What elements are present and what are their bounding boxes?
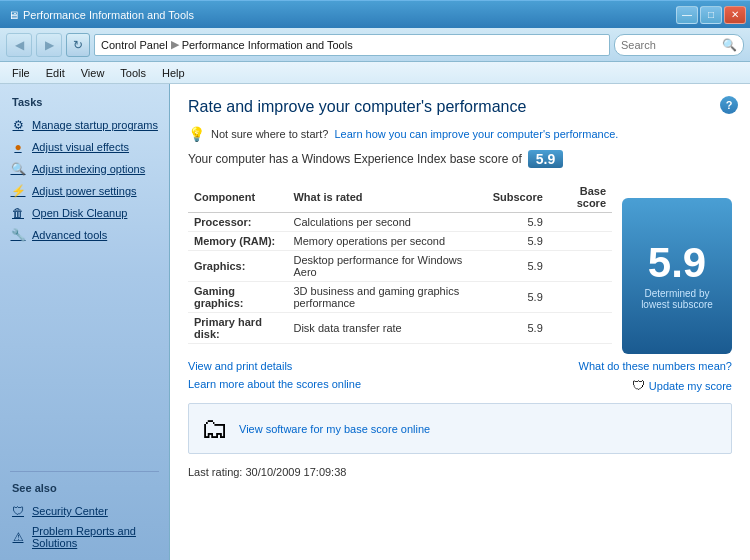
search-icon: 🔍 xyxy=(722,38,737,52)
sidebar-item-startup[interactable]: ⚙ Manage startup programs xyxy=(0,114,169,136)
maximize-button[interactable]: □ xyxy=(700,6,722,24)
sidebar-item-power[interactable]: ⚡ Adjust power settings xyxy=(0,180,169,202)
row3-subscore: 5.9 xyxy=(487,282,549,313)
menu-file[interactable]: File xyxy=(4,65,38,81)
update-score-link[interactable]: Update my score xyxy=(649,380,732,392)
row2-description: Desktop performance for Windows Aero xyxy=(287,251,486,282)
row0-subscore: 5.9 xyxy=(487,213,549,232)
links-row-top: View and print details What do these num… xyxy=(188,360,732,372)
sidebar-item-visual-label: Adjust visual effects xyxy=(32,141,129,153)
search-input[interactable] xyxy=(621,39,718,51)
last-rating: Last rating: 30/10/2009 17:09:38 xyxy=(188,466,732,478)
power-icon: ⚡ xyxy=(10,183,26,199)
title-bar-left: 🖥 Performance Information and Tools xyxy=(8,9,194,21)
sidebar-divider xyxy=(10,471,159,472)
table-row: Processor: Calculations per second 5.9 xyxy=(188,213,612,232)
links-row-bottom: Learn more about the scores online 🛡 Upd… xyxy=(188,378,732,393)
base-score-badge: 5.9 xyxy=(528,150,563,168)
breadcrumb-current: Performance Information and Tools xyxy=(182,39,353,51)
window-title: Performance Information and Tools xyxy=(23,9,194,21)
col-base-score: Base score xyxy=(549,182,612,213)
software-link[interactable]: View software for my base score online xyxy=(239,423,430,435)
search-bar[interactable]: 🔍 xyxy=(614,34,744,56)
title-bar-controls: — □ ✕ xyxy=(676,6,746,24)
minimize-button[interactable]: — xyxy=(676,6,698,24)
row1-base xyxy=(549,232,612,251)
refresh-button[interactable]: ↻ xyxy=(66,33,90,57)
menu-view[interactable]: View xyxy=(73,65,113,81)
sidebar-item-indexing-label: Adjust indexing options xyxy=(32,163,145,175)
startup-icon: ⚙ xyxy=(10,117,26,133)
software-box: 🗂 View software for my base score online xyxy=(188,403,732,454)
menu-help[interactable]: Help xyxy=(154,65,193,81)
row2-component: Graphics: xyxy=(188,251,287,282)
folder-icon: 🗂 xyxy=(201,412,229,445)
security-icon: 🛡 xyxy=(10,503,26,519)
menu-tools[interactable]: Tools xyxy=(112,65,154,81)
row4-component: Primary hard disk: xyxy=(188,313,287,344)
sidebar-item-problems-label: Problem Reports and Solutions xyxy=(32,525,159,549)
sidebar-item-security[interactable]: 🛡 Security Center xyxy=(0,500,169,522)
row1-description: Memory operations per second xyxy=(287,232,486,251)
sidebar-item-startup-label: Manage startup programs xyxy=(32,119,158,131)
main-layout: Tasks ⚙ Manage startup programs ● Adjust… xyxy=(0,84,750,560)
row2-subscore: 5.9 xyxy=(487,251,549,282)
title-bar: 🖥 Performance Information and Tools — □ … xyxy=(0,0,750,28)
update-shield-icon: 🛡 xyxy=(632,378,645,393)
page-title: Rate and improve your computer's perform… xyxy=(188,98,732,116)
breadcrumb: Control Panel ▶ Performance Information … xyxy=(94,34,610,56)
row4-description: Disk data transfer rate xyxy=(287,313,486,344)
back-button[interactable]: ◀ xyxy=(6,33,32,57)
row3-component: Gaming graphics: xyxy=(188,282,287,313)
address-bar: ◀ ▶ ↻ Control Panel ▶ Performance Inform… xyxy=(0,28,750,62)
update-row: 🛡 Update my score xyxy=(632,378,732,393)
sidebar-spacer xyxy=(0,246,169,465)
indexing-icon: 🔍 xyxy=(10,161,26,177)
sidebar-item-disk[interactable]: 🗑 Open Disk Cleanup xyxy=(0,202,169,224)
info-row: 💡 Not sure where to start? Learn how you… xyxy=(188,126,732,142)
sidebar-item-advanced[interactable]: 🔧 Advanced tools xyxy=(0,224,169,246)
bulb-icon: 💡 xyxy=(188,126,205,142)
row4-base xyxy=(549,313,612,344)
big-score-number: 5.9 xyxy=(648,242,706,284)
breadcrumb-separator: ▶ xyxy=(171,38,179,51)
close-button[interactable]: ✕ xyxy=(724,6,746,24)
view-print-link[interactable]: View and print details xyxy=(188,360,292,372)
table-score-area: Component What is rated Subscore Base sc… xyxy=(188,182,732,354)
help-button[interactable]: ? xyxy=(720,96,738,114)
sidebar-tasks-title: Tasks xyxy=(0,92,169,114)
table-row: Graphics: Desktop performance for Window… xyxy=(188,251,612,282)
row1-component: Memory (RAM): xyxy=(188,232,287,251)
col-component: Component xyxy=(188,182,287,213)
sidebar-item-advanced-label: Advanced tools xyxy=(32,229,107,241)
row2-base xyxy=(549,251,612,282)
col-subscore: Subscore xyxy=(487,182,549,213)
disk-icon: 🗑 xyxy=(10,205,26,221)
breadcrumb-root[interactable]: Control Panel xyxy=(101,39,168,51)
row0-component: Processor: xyxy=(188,213,287,232)
row0-base xyxy=(549,213,612,232)
row3-description: 3D business and gaming graphics performa… xyxy=(287,282,486,313)
content: ? Rate and improve your computer's perfo… xyxy=(170,84,750,560)
row0-description: Calculations per second xyxy=(287,213,486,232)
sidebar-item-problems[interactable]: ⚠ Problem Reports and Solutions xyxy=(0,522,169,552)
table-row: Memory (RAM): Memory operations per seco… xyxy=(188,232,612,251)
advanced-icon: 🔧 xyxy=(10,227,26,243)
info-link[interactable]: Learn how you can improve your computer'… xyxy=(334,128,618,140)
base-score-text: Your computer has a Windows Experience I… xyxy=(188,152,522,166)
big-score-box: 5.9 Determined by lowest subscore xyxy=(622,198,732,354)
forward-button[interactable]: ▶ xyxy=(36,33,62,57)
row3-base xyxy=(549,282,612,313)
table-row: Primary hard disk: Disk data transfer ra… xyxy=(188,313,612,344)
row4-subscore: 5.9 xyxy=(487,313,549,344)
performance-table: Component What is rated Subscore Base sc… xyxy=(188,182,612,344)
menu-edit[interactable]: Edit xyxy=(38,65,73,81)
problems-icon: ⚠ xyxy=(10,529,26,545)
what-numbers-link[interactable]: What do these numbers mean? xyxy=(579,360,732,372)
sidebar-item-indexing[interactable]: 🔍 Adjust indexing options xyxy=(0,158,169,180)
sidebar-item-visual[interactable]: ● Adjust visual effects xyxy=(0,136,169,158)
table-row: Gaming graphics: 3D business and gaming … xyxy=(188,282,612,313)
learn-link[interactable]: Learn more about the scores online xyxy=(188,378,361,393)
sidebar-item-disk-label: Open Disk Cleanup xyxy=(32,207,127,219)
sidebar: Tasks ⚙ Manage startup programs ● Adjust… xyxy=(0,84,170,560)
